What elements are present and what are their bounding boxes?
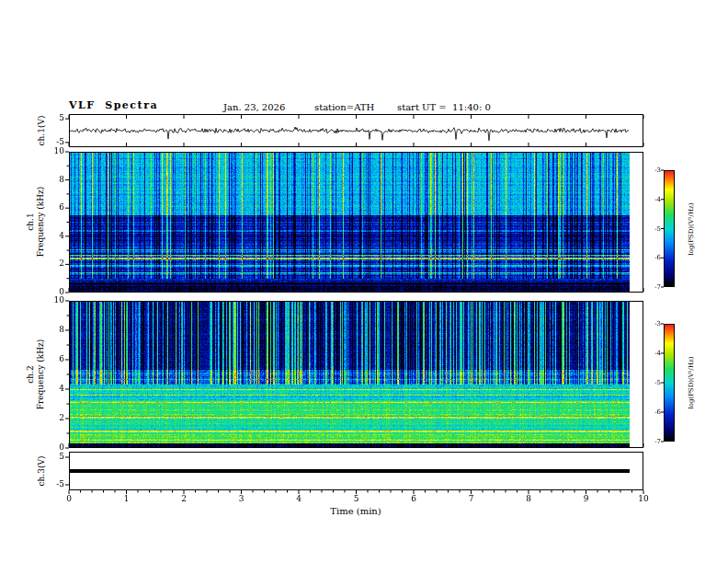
ch1-spectrogram-panel xyxy=(69,152,643,293)
x-tick-label: 8 xyxy=(519,494,538,504)
ch3-axis-label: ch.3(V) xyxy=(37,434,48,508)
ch2-spectrogram-panel xyxy=(69,301,643,448)
x-tick-label: 3 xyxy=(233,494,251,504)
figure-title: VLF Spectra xyxy=(69,99,158,111)
ch3-waveform-panel xyxy=(69,452,643,490)
ch1-waveform-panel xyxy=(69,114,643,147)
colorbar-tick-label: -5 xyxy=(645,379,661,386)
x-tick-label: 2 xyxy=(175,494,193,504)
ch1-frequency-axis-label-line1: ch.1 xyxy=(26,213,35,230)
colorbar-ch2-canvas xyxy=(665,325,674,441)
colorbar-ch1 xyxy=(664,170,675,287)
y-tick-label: 2 xyxy=(48,413,64,423)
ch2-frequency-axis-label: ch.2 Frequency (kHz) xyxy=(26,301,46,448)
x-tick-label: 10 xyxy=(634,494,653,504)
x-tick-label: 1 xyxy=(118,494,136,504)
x-tick-label: 5 xyxy=(347,494,366,504)
y-tick-label: 4 xyxy=(48,231,64,241)
colorbar-tick-label: -3 xyxy=(645,320,661,327)
y-tick-label: 5 xyxy=(48,452,64,462)
ch2-frequency-axis-label-line1: ch.2 xyxy=(26,365,35,383)
y-tick-label: 8 xyxy=(48,325,64,335)
ch1-waveform-canvas xyxy=(70,115,643,146)
ch2-spectrogram-canvas xyxy=(70,302,643,447)
ch3-waveform-canvas xyxy=(70,453,643,489)
y-tick-label: 8 xyxy=(48,175,64,185)
x-tick-label: 6 xyxy=(404,494,423,504)
colorbar-tick-label: -6 xyxy=(645,254,661,261)
x-tick-label: 4 xyxy=(290,494,308,504)
y-tick-label: 5 xyxy=(48,113,64,123)
x-tick-label: 9 xyxy=(577,494,596,504)
y-tick-label: 2 xyxy=(48,259,64,269)
y-tick-label: 6 xyxy=(48,202,64,213)
colorbar-tick-label: -3 xyxy=(645,167,661,174)
y-tick-label: -5 xyxy=(48,479,64,489)
colorbar-tick-label: -7 xyxy=(645,438,661,445)
colorbar-tick-label: -7 xyxy=(645,283,661,291)
vlf-spectra-figure: VLF Spectra Jan. 23, 2026 station=ATH st… xyxy=(0,0,728,563)
x-axis-label: Time (min) xyxy=(310,506,402,516)
colorbar-ch2-title: log(PSD)(V²/Hz) xyxy=(688,327,697,438)
x-tick-label: 0 xyxy=(60,494,78,504)
header-station: station=ATH xyxy=(314,102,374,112)
y-tick-label: 4 xyxy=(48,384,64,394)
colorbar-ch1-title: log(PSD)(V²/Hz) xyxy=(688,174,697,284)
ch2-frequency-axis-label-line2: Frequency (kHz) xyxy=(36,339,45,410)
ch1-frequency-axis-label: ch.1 Frequency (kHz) xyxy=(26,148,46,295)
colorbar-tick-label: -5 xyxy=(645,225,661,233)
colorbar-tick-label: -4 xyxy=(645,350,661,357)
colorbar-ch1-canvas xyxy=(665,171,674,286)
x-tick-label: 7 xyxy=(462,494,481,504)
y-tick-label: -5 xyxy=(48,137,64,147)
colorbar-tick-label: -6 xyxy=(645,408,661,416)
y-tick-label: 6 xyxy=(48,354,64,364)
y-tick-label: 10 xyxy=(48,295,64,305)
ch1-spectrogram-canvas xyxy=(70,153,643,292)
colorbar-ch2 xyxy=(664,324,675,442)
colorbar-tick-label: -4 xyxy=(645,196,661,203)
ch1-frequency-axis-label-line2: Frequency (kHz) xyxy=(36,187,45,258)
header-date: Jan. 23, 2026 xyxy=(223,102,285,112)
header-start-ut: start UT = 11:40: 0 xyxy=(397,102,491,112)
y-tick-label: 10 xyxy=(48,146,64,156)
